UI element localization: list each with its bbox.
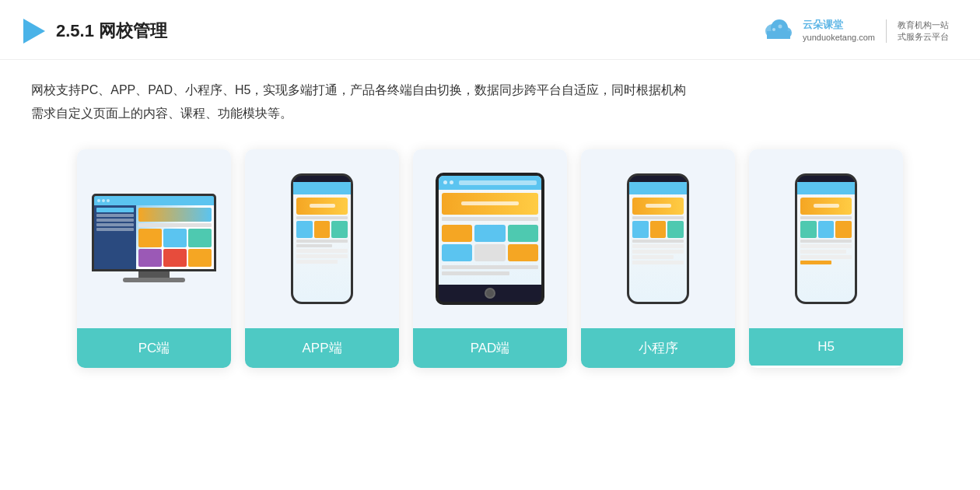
phone-app-mockup — [291, 173, 353, 304]
logo-brand-name: 云朵课堂 — [803, 18, 875, 32]
card-pad-label: PAD端 — [413, 328, 567, 368]
svg-point-5 — [772, 28, 775, 31]
header: 2.5.1 网校管理 云朵课堂 yunduoketang.co — [0, 0, 980, 60]
page: 2.5.1 网校管理 云朵课堂 yunduoketang.co — [0, 0, 980, 490]
description-line1: 网校支持PC、APP、PAD、小程序、H5，实现多端打通，产品各终端自由切换，数… — [31, 79, 949, 102]
pc-mockup — [92, 194, 216, 283]
card-pad: PAD端 — [413, 149, 567, 368]
card-h5-label: H5 — [749, 328, 903, 366]
card-app-label: APP端 — [245, 328, 399, 368]
title-prefix: 2.5.1 — [56, 21, 99, 40]
brand-logo — [761, 14, 795, 48]
logo-triangle-icon — [23, 19, 45, 44]
card-h5-image — [749, 149, 903, 328]
card-h5: H5 — [749, 149, 903, 368]
page-title: 2.5.1 网校管理 — [56, 19, 167, 43]
cloud-icon — [761, 14, 795, 48]
card-miniprogram-label: 小程序 — [581, 328, 735, 368]
phone-h5-mockup — [795, 173, 857, 304]
logo-url: yunduoketang.com — [803, 32, 875, 44]
header-right: 云朵课堂 yunduoketang.com 教育机构一站 式服务云平台 — [761, 14, 949, 48]
svg-point-6 — [779, 25, 782, 29]
logo-tagline: 教育机构一站 式服务云平台 — [898, 19, 949, 44]
card-pc-label: PC端 — [77, 328, 231, 368]
card-miniprogram: 小程序 — [581, 149, 735, 368]
logo-divider — [886, 19, 887, 43]
pad-mockup — [436, 173, 544, 305]
phone-miniprogram-mockup — [627, 173, 689, 304]
description-block: 网校支持PC、APP、PAD、小程序、H5，实现多端打通，产品各终端自由切换，数… — [0, 60, 980, 134]
header-left: 2.5.1 网校管理 — [23, 19, 167, 44]
description-line2: 需求自定义页面上的内容、课程、功能模块等。 — [31, 102, 949, 125]
svg-rect-4 — [767, 36, 790, 39]
logo-tagline-1: 教育机构一站 — [898, 19, 949, 31]
card-miniprogram-image — [581, 149, 735, 328]
card-app: APP端 — [245, 149, 399, 368]
card-pad-image — [413, 149, 567, 328]
title-bold: 网校管理 — [99, 21, 167, 40]
card-pc: PC端 — [77, 149, 231, 368]
card-pc-image — [77, 149, 231, 328]
logo-text: 云朵课堂 yunduoketang.com — [803, 18, 875, 44]
cards-section: PC端 — [0, 134, 980, 383]
card-app-image — [245, 149, 399, 328]
logo-tagline-2: 式服务云平台 — [898, 31, 949, 43]
